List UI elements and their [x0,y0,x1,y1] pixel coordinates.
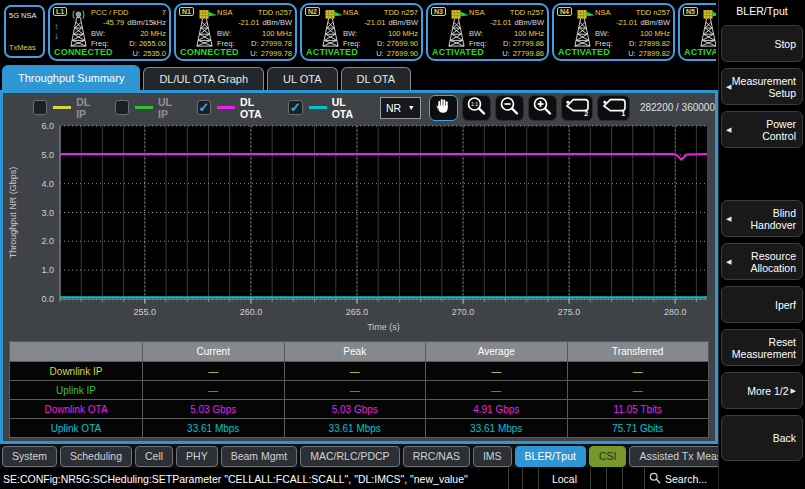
cell-type: NSA [217,8,232,18]
statusbar-cell [606,468,622,489]
tab-rrc-nas[interactable]: RRC/NAS [403,446,470,467]
softkey-spacer [721,148,803,194]
reset-measurement-button[interactable]: Reset Measurement [721,329,803,366]
statusbar-cell [590,468,606,489]
tab-mac-rlc-pdcp[interactable]: MAC/RLC/PDCP [300,446,399,467]
dl-freq-label: D: [129,39,137,48]
cell-status-badge: ACTIVATED [684,47,716,57]
ul-ota-checkbox[interactable]: ✓ [288,100,302,115]
back-button-label: Back [773,432,796,444]
header-average: Average [426,342,567,361]
dl-ip-checkbox[interactable] [33,100,47,115]
downlink-ip-transferred: — [568,362,709,380]
tab-dl-ul-ota-graph[interactable]: DL/UL OTA Graph [143,67,264,90]
measurement-setup-button[interactable]: ◀Measurement Setup [721,68,803,105]
row-label-downlink-ip: Downlink IP [10,362,142,380]
search-field[interactable]: Search... [644,468,718,489]
cell-box-n1[interactable]: N1 CONNECTED NSATDD n257 [174,3,297,61]
nr-antenna-tower-icon [695,10,716,52]
header-empty [10,342,142,361]
resource-allocation-label: Resource Allocation [732,250,796,274]
svg-text:270.0: 270.0 [452,307,475,317]
cell-power: -21.01 [364,18,385,28]
chart-controls-row: DL IP UL IP ✓ DL OTA ✓ UL OTA NR ▼ [3,93,715,122]
check-icon: ✓ [198,101,209,114]
power-control-button[interactable]: ◀Power Control [721,111,803,148]
zoom-1to1-button[interactable]: 1:1 [462,95,491,121]
cell-type: PCC / FDD [91,8,129,18]
dl-freq-label: D: [251,39,259,48]
rat-select-dropdown[interactable]: NR ▼ [380,97,421,119]
tab-ul-ota[interactable]: UL OTA [267,67,338,90]
zoom-1to1-icon: 1:1 [465,95,487,121]
cell-box-n5[interactable]: N5 ACTIVATED [678,3,716,61]
reset-measurement-label: Reset Measurement [732,336,796,360]
svg-text:4.0: 4.0 [41,179,54,189]
tab-assisted-tx-meas[interactable]: Assisted Tx Meas [629,446,732,467]
tab-phy[interactable]: PHY [176,446,218,467]
tab-beam-mgmt[interactable]: Beam Mgmt [221,446,298,467]
cell-info-text: PCC / FDD7 -45.79dBm/15kHz BW:20 MHz Fre… [91,8,166,59]
cell-box-l1[interactable]: L1 ↑↓ CONNECTED PCC / FDD7 [48,3,171,61]
freq-label: Freq: [343,39,361,49]
cell-band: TDD n257 [510,8,544,18]
mode-label: 5G NSA [9,11,40,20]
marker-2-button[interactable]: 2 [561,95,593,121]
statusbar-cell [522,468,538,489]
dl-freq-value: 27999.78 [261,39,292,48]
uplink-ota-peak: 33.61 Mbps [285,419,426,437]
cell-box-n4[interactable]: N4 ACTIVATED NSATDD n257 [552,3,675,61]
downlink-ota-current: 5.03 Gbps [143,400,284,418]
svg-text:1: 1 [621,108,625,116]
tab-ims[interactable]: IMS [473,446,512,467]
blind-handover-button[interactable]: ◀Blind Handover [721,200,803,237]
nr-antenna-tower-icon [569,10,596,52]
tab-system[interactable]: System [2,446,57,467]
freq-label: Freq: [595,39,613,49]
svg-text:1:1: 1:1 [471,101,478,107]
cell-status-bar: 5G NSA TxMeas L1 ↑↓ [0,0,716,64]
svg-text:265.0: 265.0 [346,307,369,317]
check-icon: ✓ [290,101,301,114]
cell-power-unit: dBm/BW [262,18,292,28]
cell-info-text: NSATDD n257 -21.01dBm/BW BW:100 MHz Freq… [217,8,292,59]
dl-ota-label: DL OTA [240,96,271,120]
throughput-chart[interactable]: 255.0260.0265.0270.0275.0280.00.01.02.03… [3,121,713,347]
zoom-in-button[interactable] [528,95,557,121]
marker-1-button[interactable]: 1 [597,95,629,121]
ul-freq-value: 27699.90 [387,49,418,59]
zoom-out-button[interactable] [495,95,524,121]
tab-throughput-summary[interactable]: Throughput Summary [2,65,140,90]
downlink-ota-transferred: 11.05 Tbits [568,400,709,418]
stop-button[interactable]: Stop [721,25,803,62]
cell-power: -21.01 [490,18,511,28]
header-peak: Peak [285,342,426,361]
tab-dl-ota[interactable]: DL OTA [341,67,412,90]
dl-ota-checkbox[interactable]: ✓ [197,100,211,115]
measurement-setup-label: Measurement Setup [732,75,796,99]
submenu-arrow-right-icon: ▶ [791,385,796,397]
dl-ip-label: DL IP [76,96,98,120]
cell-info-text: NSATDD n257 -21.01dBm/BW BW:100 MHz Freq… [595,8,670,59]
cell-box-n2[interactable]: N2 ACTIVATED NSATDD n257 [300,3,423,61]
cell-box-n3[interactable]: N3 ACTIVATED NSATDD n257 [426,3,549,61]
dl-freq-value: 2655.00 [139,39,166,48]
pan-tool-button[interactable] [429,95,458,121]
ul-ip-checkbox[interactable] [115,100,129,115]
uplink-ota-average: 33.61 Mbps [426,419,567,437]
submenu-arrow-icon: ◀ [726,124,731,136]
iperf-button[interactable]: Iperf [721,286,803,323]
back-button[interactable]: Back [721,415,803,461]
tab-scheduling[interactable]: Scheduling [60,446,132,467]
resource-allocation-button[interactable]: ◀Resource Allocation [721,243,803,280]
iperf-label: Iperf [775,299,796,311]
ul-freq-label: U: [376,49,384,59]
tab-bler-tput[interactable]: BLER/Tput [515,446,586,467]
cell-band: 7 [162,8,166,18]
more-pages-button[interactable]: More 1/2▶ [721,372,803,409]
bw-value: 100 MHz [388,29,418,39]
bw-label: BW: [217,29,231,39]
ul-freq-label: U: [133,49,141,59]
tab-csi[interactable]: CSI [589,446,627,467]
tab-cell[interactable]: Cell [135,446,173,467]
